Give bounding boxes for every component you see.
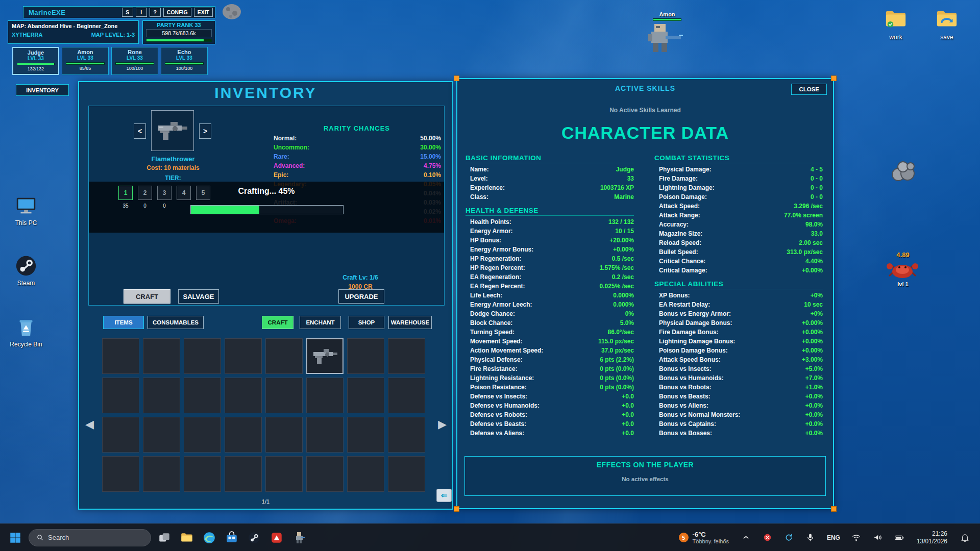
party-xp-bar (146, 39, 212, 42)
inventory-cell[interactable] (225, 378, 262, 413)
inventory-cell[interactable] (265, 456, 303, 492)
redapp-icon[interactable] (266, 528, 287, 548)
start-button[interactable] (5, 528, 26, 548)
menu-button-config[interactable]: CONFIG (163, 8, 191, 17)
alert-red-icon[interactable] (757, 528, 778, 548)
inventory-cell[interactable] (306, 417, 344, 453)
inventory-cell[interactable] (143, 338, 180, 374)
inventory-cell[interactable] (265, 378, 303, 413)
desktop-icon-work[interactable]: work (874, 8, 918, 41)
craft-button[interactable]: CRAFT (124, 289, 170, 304)
stat-label: Movement Speed: (470, 338, 523, 347)
mineral-rock-sprite[interactable] (889, 159, 920, 183)
inventory-cell[interactable] (388, 456, 425, 492)
resize-handle-bl[interactable] (454, 506, 459, 512)
stat-row: Energy Armor:10 / 15 (465, 228, 634, 237)
stat-value: +0.0 (622, 393, 634, 402)
stat-row: Bonus vs Robots:+1.0% (654, 384, 823, 393)
desktop-icon-this-pc[interactable]: This PC (4, 194, 48, 227)
menu-button-exit[interactable]: EXIT (194, 8, 213, 17)
inventory-cell[interactable] (347, 417, 384, 453)
transfer-items-button[interactable]: ⇐ (436, 489, 452, 502)
stat-value: 0.000% (613, 301, 634, 310)
asteroid-sprite[interactable] (220, 2, 243, 21)
upgrade-button[interactable]: UPGRADE (338, 289, 384, 304)
tab-items[interactable]: ITEMS (103, 316, 144, 329)
inventory-cell[interactable] (184, 456, 221, 492)
inventory-cell[interactable] (265, 338, 303, 374)
clock[interactable]: 21:26 13/01/2026 (913, 530, 951, 545)
next-item-button[interactable]: > (199, 123, 211, 139)
inventory-cell[interactable] (347, 338, 384, 374)
resize-handle-br[interactable] (831, 506, 837, 512)
inventory-cell[interactable] (102, 338, 139, 374)
sync-icon[interactable] (779, 528, 799, 548)
inventory-hud-button[interactable]: INVENTORY (16, 84, 69, 96)
marineexe-icon[interactable] (289, 528, 309, 548)
game-titlebar[interactable]: MarineEXE SI?CONFIGEXIT (23, 6, 215, 18)
inventory-cell[interactable] (102, 378, 139, 413)
inventory-cell[interactable] (143, 417, 180, 453)
party-member-card[interactable]: AmonLVL 3385/85 (62, 47, 109, 75)
inventory-cell[interactable] (184, 378, 221, 413)
inventory-cell[interactable] (388, 417, 425, 453)
stat-row: Physical Damage:4 - 5 (654, 166, 823, 175)
inventory-cell[interactable] (184, 338, 221, 374)
inventory-cell[interactable] (347, 456, 384, 492)
party-member-card[interactable]: RoneLVL 33100/100 (111, 47, 158, 75)
language-indicator[interactable]: ENG (824, 534, 843, 541)
inventory-cell[interactable] (225, 338, 262, 374)
enemy-crab-sprite[interactable]: 4.89 lvl 1 (884, 251, 922, 287)
chevron-up-icon[interactable] (736, 528, 756, 548)
inventory-cell[interactable] (225, 417, 262, 453)
inventory-cell[interactable] (265, 417, 303, 453)
battery-icon[interactable] (889, 528, 910, 548)
edge-icon[interactable] (199, 528, 219, 548)
unit-amon-sprite[interactable]: Amon (639, 11, 695, 58)
steam-icon[interactable] (244, 528, 264, 548)
tab-craft[interactable]: CRAFT (262, 316, 293, 329)
inventory-cell[interactable] (388, 378, 425, 413)
party-member-card[interactable]: EchoLVL 33100/100 (161, 47, 208, 75)
inventory-cell[interactable] (102, 456, 139, 492)
resize-handle-tr[interactable] (831, 76, 837, 81)
inventory-cell[interactable] (306, 456, 344, 492)
page-prev-arrow[interactable]: ◀ (85, 418, 94, 431)
inventory-cell[interactable] (184, 417, 221, 453)
taskview-icon[interactable] (154, 528, 175, 548)
tab-warehouse[interactable]: WAREHOUSE (388, 316, 432, 329)
inventory-cell[interactable] (143, 378, 180, 413)
weather-widget[interactable]: 5 -6°C Többny. felhős (675, 529, 733, 546)
volume-icon[interactable] (868, 528, 888, 548)
stat-label: Lightning Damage Bonus: (659, 338, 735, 347)
salvage-button[interactable]: SALVAGE (178, 289, 219, 304)
page-next-arrow[interactable]: ▶ (438, 418, 447, 431)
notification-bell-button[interactable] (954, 528, 975, 548)
inventory-cell[interactable] (102, 417, 139, 453)
explorer-icon[interactable] (177, 528, 197, 548)
stat-label: Energy Armor Bonus: (470, 246, 533, 255)
menu-button-s[interactable]: S (122, 8, 133, 17)
menu-button-help[interactable]: ? (150, 8, 161, 17)
desktop-icon-save[interactable]: save (925, 8, 969, 41)
inventory-cell[interactable] (143, 456, 180, 492)
resize-handle-tl[interactable] (454, 76, 459, 81)
prev-item-button[interactable]: < (134, 123, 146, 139)
tab-enchant[interactable]: ENCHANT (300, 316, 341, 329)
inventory-cell[interactable] (306, 378, 344, 413)
inventory-cell[interactable] (225, 456, 262, 492)
close-button[interactable]: CLOSE (791, 84, 827, 95)
inventory-cell[interactable] (388, 338, 425, 374)
wifi-icon[interactable] (846, 528, 867, 548)
inventory-cell-flamethrower[interactable] (306, 338, 344, 374)
desktop-icon-recycle-bin[interactable]: Recycle Bin (4, 315, 48, 348)
menu-button-i[interactable]: I (136, 8, 147, 17)
store-icon[interactable] (222, 528, 242, 548)
tab-shop[interactable]: SHOP (349, 316, 384, 329)
party-member-card[interactable]: JudgeLVL 33132/132 (12, 47, 59, 75)
search-box[interactable]: Search (29, 529, 151, 546)
tab-consumables[interactable]: CONSUMABLES (148, 316, 204, 329)
inventory-cell[interactable] (347, 378, 384, 413)
mic-icon[interactable] (800, 528, 821, 548)
desktop-icon-steam[interactable]: Steam (4, 254, 48, 287)
